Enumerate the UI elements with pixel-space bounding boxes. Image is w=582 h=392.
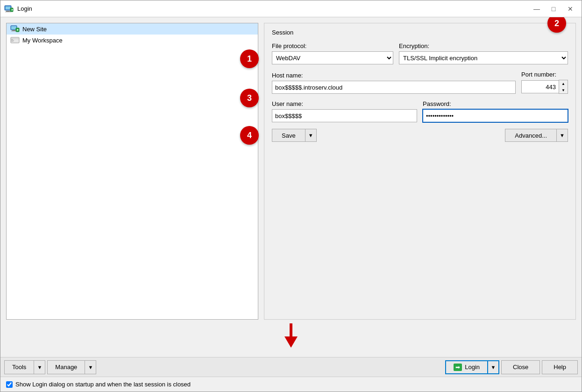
tools-dropdown-button[interactable]: ▼ (34, 360, 45, 374)
main-content: New Site My Workspace (0, 17, 582, 357)
arrow-shaft (290, 323, 292, 336)
login-icon: ➡ (454, 364, 462, 371)
show-login-dialog-checkbox[interactable] (6, 381, 13, 388)
port-number-group: Port number: ▲ ▼ (521, 71, 568, 94)
upper-area: New Site My Workspace (6, 23, 576, 320)
bottom-toolbar: Tools ▼ Manage ▼ ➡ Login ▼ Close Help (0, 357, 582, 377)
new-site-label: New Site (22, 26, 47, 33)
window-controls: — □ ✕ (529, 3, 578, 15)
port-decrement-button[interactable]: ▼ (559, 87, 568, 93)
svg-rect-8 (12, 30, 15, 31)
file-protocol-label: File protocol: (272, 42, 393, 49)
advanced-dropdown-button[interactable]: ▼ (557, 129, 568, 142)
advanced-button[interactable]: Advanced... (505, 129, 557, 142)
svg-rect-9 (11, 31, 16, 31)
session-title: Session (272, 29, 568, 36)
svg-rect-3 (5, 12, 11, 12)
user-name-label: User name: (272, 100, 417, 107)
close-window-button[interactable]: ✕ (563, 3, 578, 15)
annotation-1: 1 (240, 49, 259, 68)
login-window: Login — □ ✕ (0, 0, 582, 392)
file-protocol-group: File protocol: WebDAV FTP SFTP SCP S3 (272, 42, 393, 64)
file-protocol-select[interactable]: WebDAV FTP SFTP SCP S3 (272, 51, 393, 64)
port-input[interactable] (521, 80, 559, 93)
window-title: Login (17, 5, 32, 12)
host-name-group: Host name: (272, 72, 516, 94)
port-input-wrapper: ▲ ▼ (521, 80, 568, 94)
annotation-4: 4 (240, 126, 259, 145)
svg-rect-1 (6, 7, 10, 9)
tree-item-new-site[interactable]: New Site (7, 23, 258, 35)
host-row: Host name: Port number: ▲ ▼ (272, 71, 568, 94)
login-button[interactable]: ➡ Login (445, 360, 488, 374)
manage-dropdown-button[interactable]: ▼ (85, 360, 96, 374)
svg-rect-7 (11, 26, 16, 29)
port-number-label: Port number: (521, 71, 568, 78)
session-panel: 2 1 3 4 Session File proto (264, 23, 576, 320)
show-login-dialog-label: Show Login dialog on startup and when th… (15, 381, 191, 388)
host-name-label: Host name: (272, 72, 516, 79)
encryption-group: Encryption: TLS/SSL Implicit encryption … (399, 42, 568, 64)
svg-rect-16 (11, 41, 14, 42)
password-group: Password: (423, 100, 568, 122)
my-workspace-label: My Workspace (22, 37, 63, 44)
login-group: ➡ Login ▼ (445, 360, 499, 374)
tree-item-my-workspace[interactable]: My Workspace (7, 35, 258, 46)
host-name-input[interactable] (272, 81, 516, 94)
password-label: Password: (423, 100, 568, 107)
encryption-select[interactable]: TLS/SSL Implicit encryption No encryptio… (399, 51, 568, 64)
checkbox-bar: Show Login dialog on startup and when th… (0, 377, 582, 392)
site-tree-panel: New Site My Workspace (6, 23, 258, 320)
manage-group: Manage ▼ (47, 360, 96, 374)
annotation-arrow (284, 323, 298, 348)
protocol-row: File protocol: WebDAV FTP SFTP SCP S3 En… (272, 42, 568, 64)
save-btn-group: Save ▼ (272, 129, 317, 142)
svg-rect-15 (11, 40, 14, 41)
app-icon (4, 4, 14, 14)
save-button[interactable]: Save (272, 129, 305, 142)
title-bar-left: Login (4, 4, 32, 14)
minimize-button[interactable]: — (529, 3, 544, 15)
manage-button[interactable]: Manage (47, 360, 85, 374)
port-increment-button[interactable]: ▲ (559, 80, 568, 87)
save-dropdown-button[interactable]: ▼ (305, 129, 317, 142)
user-name-input[interactable] (272, 109, 417, 122)
annotation-3: 3 (240, 89, 259, 107)
user-name-group: User name: (272, 100, 417, 122)
workspace-icon (10, 36, 20, 44)
action-buttons-row: Save ▼ Advanced... ▼ (272, 129, 568, 142)
credentials-row: User name: Password: (272, 100, 568, 122)
new-site-icon (10, 25, 20, 33)
tools-button[interactable]: Tools (4, 360, 34, 374)
arrow-head (284, 336, 298, 348)
close-button[interactable]: Close (501, 360, 540, 374)
svg-rect-2 (6, 11, 10, 12)
password-input[interactable] (423, 109, 568, 122)
advanced-btn-group: Advanced... ▼ (505, 129, 568, 142)
encryption-label: Encryption: (399, 42, 568, 49)
port-spinners: ▲ ▼ (559, 80, 568, 94)
maximize-button[interactable]: □ (546, 3, 561, 15)
tools-group: Tools ▼ (4, 360, 45, 374)
title-bar: Login — □ ✕ (0, 0, 582, 17)
help-button[interactable]: Help (542, 360, 578, 374)
svg-rect-14 (11, 39, 13, 40)
arrow-area (6, 323, 576, 351)
login-dropdown-button[interactable]: ▼ (488, 360, 499, 374)
